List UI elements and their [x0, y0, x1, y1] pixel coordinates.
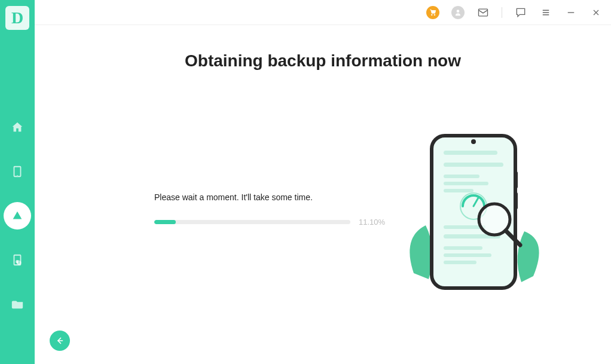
- sidebar-item-device-alert[interactable]: [4, 246, 31, 274]
- page-title: Obtaining backup information now: [71, 51, 575, 71]
- svg-point-3: [471, 139, 476, 144]
- sidebar-nav: [0, 114, 35, 318]
- svg-rect-13: [444, 246, 482, 250]
- progress-percent-label: 11.10%: [359, 218, 387, 227]
- phone-alert-icon: [11, 253, 24, 267]
- sidebar-item-home[interactable]: [4, 114, 31, 141]
- progress-bar: [154, 220, 350, 224]
- sidebar-item-cloud[interactable]: [4, 202, 31, 230]
- mail-icon: [477, 7, 489, 19]
- back-button[interactable]: [50, 331, 70, 351]
- user-icon: [451, 6, 465, 19]
- svg-rect-1: [479, 9, 488, 16]
- svg-rect-6: [444, 151, 497, 155]
- feedback-icon: [515, 7, 527, 19]
- sidebar: D: [0, 0, 35, 364]
- user-button[interactable]: [451, 6, 465, 19]
- titlebar: [35, 0, 611, 25]
- progress-row: 11.10%: [154, 218, 387, 227]
- close-icon: [591, 8, 601, 17]
- svg-rect-8: [444, 175, 479, 178]
- cart-button[interactable]: [426, 6, 439, 19]
- menu-icon: [540, 7, 551, 18]
- feedback-button[interactable]: [514, 6, 527, 19]
- svg-rect-4: [515, 172, 518, 188]
- main-area: Obtaining backup information now Please …: [35, 0, 611, 364]
- app-logo: D: [5, 6, 29, 30]
- sidebar-item-folder[interactable]: [4, 290, 31, 318]
- svg-rect-15: [444, 261, 476, 264]
- svg-rect-10: [444, 189, 473, 192]
- progress-fill: [154, 220, 176, 224]
- home-icon: [11, 121, 24, 134]
- sidebar-item-device[interactable]: [4, 158, 31, 185]
- wait-message: Please wait a moment. It'll take some ti…: [154, 192, 387, 202]
- svg-rect-7: [444, 163, 503, 167]
- svg-rect-5: [515, 192, 518, 209]
- minimize-icon: [566, 7, 576, 18]
- phone-illustration: [396, 130, 551, 303]
- menu-button[interactable]: [539, 6, 552, 19]
- titlebar-divider: [502, 7, 502, 18]
- svg-rect-14: [444, 253, 491, 257]
- close-button[interactable]: [589, 6, 603, 19]
- arrow-left-icon: [54, 335, 65, 346]
- cart-icon: [426, 6, 439, 19]
- minimize-button[interactable]: [564, 6, 578, 19]
- svg-rect-9: [444, 182, 488, 185]
- phone-icon: [11, 165, 24, 178]
- content: Obtaining backup information now Please …: [35, 25, 611, 364]
- mail-button[interactable]: [476, 6, 490, 19]
- folder-icon: [11, 298, 24, 311]
- progress-area: Please wait a moment. It'll take some ti…: [154, 192, 387, 227]
- cloud-icon: [11, 209, 24, 222]
